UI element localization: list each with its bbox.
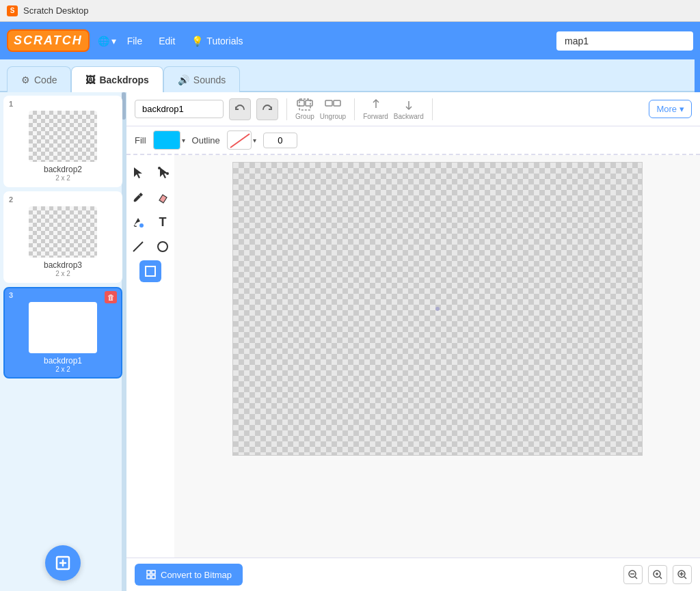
backdrop-number-2: 2	[9, 195, 13, 204]
redo-button[interactable]	[256, 98, 278, 120]
toolbar-sep-1	[286, 98, 287, 120]
outline-label: Outline	[192, 135, 220, 146]
tab-backdrops[interactable]: 🖼 Backdrops	[71, 66, 163, 92]
tool-panel: T	[126, 155, 174, 558]
title-bar: S Scratch Desktop	[0, 0, 700, 22]
scratch-logo: SCRATCH	[7, 29, 90, 52]
tab-code[interactable]: ⚙ Code	[7, 66, 71, 92]
tab-bar: ⚙ Code 🖼 Backdrops 🔊 Sounds	[0, 59, 700, 92]
reshape-tool[interactable]	[152, 162, 174, 184]
backward-button[interactable]: Backward	[394, 98, 424, 120]
ungroup-button[interactable]: Ungroup	[320, 98, 346, 120]
toolbar-sep-3	[432, 98, 433, 120]
main-content: 1 backdrop2 2 x 2 2 backdrop3 2 x 2 3 🗑 …	[0, 92, 700, 591]
canvas-background[interactable]	[232, 162, 643, 456]
backdrop-size-3: 2 x 2	[55, 366, 70, 373]
zoom-out-button[interactable]	[623, 565, 643, 584]
svg-point-19	[158, 242, 167, 251]
more-arrow: ▾	[679, 104, 684, 114]
backdrop-item-1[interactable]: 1 backdrop2 2 x 2	[3, 96, 122, 187]
backdrop-preview-3	[29, 302, 97, 353]
backdrop-sidebar: 1 backdrop2 2 x 2 2 backdrop3 2 x 2 3 🗑 …	[0, 92, 126, 591]
zoom-controls	[623, 565, 692, 584]
circle-tool[interactable]	[152, 236, 174, 258]
editor-toolbar: Group Ungroup Forward	[126, 92, 700, 126]
svg-rect-20	[146, 266, 155, 276]
backdrop-name-input[interactable]	[135, 100, 224, 118]
right-accent-bar	[695, 59, 700, 92]
backdrop-name-1: backdrop2	[44, 165, 82, 174]
project-name-input[interactable]	[556, 31, 693, 51]
zoom-in-button[interactable]	[673, 565, 692, 584]
backdrop-name-3: backdrop1	[44, 356, 82, 366]
svg-rect-6	[325, 100, 332, 106]
group-button[interactable]: Group	[295, 98, 314, 120]
editor-area: Group Ungroup Forward	[126, 92, 700, 591]
outline-color-swatch[interactable]	[227, 130, 252, 150]
globe-menu[interactable]: 🌐 ▾	[98, 36, 116, 46]
tutorials-label: Tutorials	[206, 36, 243, 46]
svg-line-29	[660, 577, 662, 579]
tutorials-button[interactable]: 💡 Tutorials	[186, 33, 248, 49]
backdrop-size-1: 2 x 2	[55, 174, 70, 182]
svg-rect-24	[152, 575, 155, 579]
tab-sounds[interactable]: 🔊 Sounds	[163, 66, 240, 92]
fill-color-swatch[interactable]	[153, 130, 180, 150]
tool-row-5	[139, 260, 161, 282]
backdrop-number-1: 1	[9, 100, 13, 108]
sounds-tab-label: Sounds	[193, 74, 226, 85]
undo-button[interactable]	[229, 98, 251, 120]
globe-icon: 🌐	[98, 36, 109, 46]
select-tool[interactable]	[127, 162, 149, 184]
canvas-center-marker	[435, 307, 440, 311]
backdrop-item-3[interactable]: 3 🗑 backdrop1 2 x 2	[3, 287, 122, 379]
backdrop-number-3: 3	[9, 291, 13, 299]
more-button[interactable]: More ▾	[649, 100, 692, 118]
forward-button[interactable]: Forward	[363, 98, 388, 120]
svg-line-18	[133, 242, 143, 251]
backdrop-name-2: backdrop3	[44, 260, 82, 270]
text-tool[interactable]: T	[152, 211, 174, 233]
tool-row-4	[127, 236, 174, 258]
fill-label: Fill	[135, 135, 146, 146]
more-label: More	[656, 104, 677, 114]
outline-size-input[interactable]	[263, 133, 297, 148]
file-menu[interactable]: File	[122, 33, 148, 49]
convert-to-bitmap-button[interactable]: Convert to Bitmap	[135, 564, 243, 586]
bottom-bar: Convert to Bitmap	[126, 558, 700, 591]
svg-rect-21	[147, 571, 150, 574]
fill-tool[interactable]	[127, 211, 149, 233]
convert-label: Convert to Bitmap	[161, 570, 232, 580]
outline-dropdown-arrow[interactable]: ▾	[253, 137, 256, 144]
eraser-tool[interactable]	[152, 187, 174, 208]
svg-point-14	[166, 172, 169, 175]
brush-tool[interactable]	[127, 187, 149, 208]
edit-menu[interactable]: Edit	[153, 33, 180, 49]
tool-row-2	[127, 187, 174, 208]
fill-dropdown-arrow[interactable]: ▾	[182, 137, 185, 144]
backdrop-delete-icon[interactable]: 🗑	[105, 291, 117, 303]
ungroup-label: Ungroup	[320, 113, 346, 120]
group-label: Group	[295, 113, 314, 120]
forward-label: Forward	[363, 113, 388, 120]
sounds-tab-icon: 🔊	[178, 74, 189, 85]
backdrop-item-2[interactable]: 2 backdrop3 2 x 2	[3, 191, 122, 283]
tool-row-3: T	[127, 211, 174, 233]
svg-marker-11	[134, 167, 142, 178]
app-title: Scratch Desktop	[23, 5, 88, 16]
globe-arrow: ▾	[111, 36, 116, 46]
code-tab-label: Code	[34, 74, 57, 85]
svg-line-10	[230, 134, 250, 148]
line-tool[interactable]	[127, 236, 149, 258]
rect-tool[interactable]	[139, 260, 161, 282]
zoom-reset-button[interactable]	[648, 565, 667, 584]
tutorials-icon: 💡	[191, 36, 203, 46]
svg-point-13	[158, 167, 161, 169]
canvas-area[interactable]	[174, 155, 700, 558]
canvas-wrapper	[232, 162, 643, 456]
svg-point-17	[139, 223, 144, 228]
svg-rect-22	[152, 571, 155, 574]
svg-rect-7	[334, 100, 340, 106]
add-backdrop-button[interactable]	[45, 545, 81, 581]
code-tab-icon: ⚙	[21, 74, 30, 85]
